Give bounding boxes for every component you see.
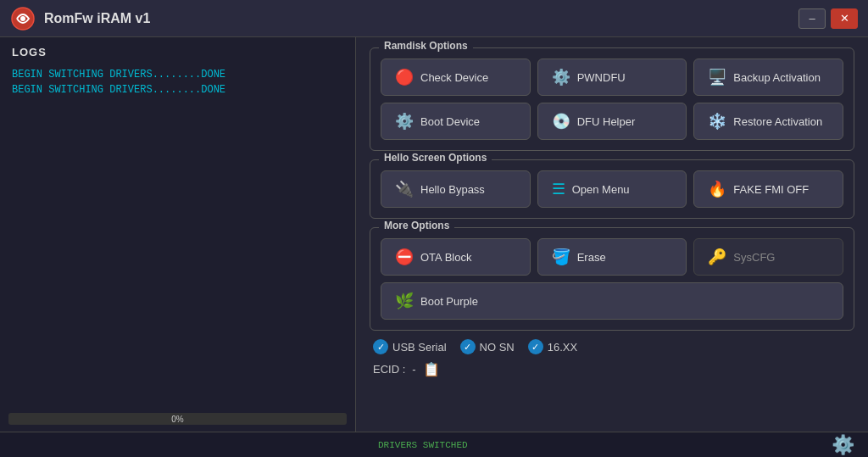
ota-block-button[interactable]: ⛔ OTA Block bbox=[381, 238, 531, 276]
syscfg-icon: 🔑 bbox=[708, 248, 726, 266]
usb-serial-checkbox[interactable]: ✓ USB Serial bbox=[373, 339, 447, 354]
hello-buttons-row: 🔌 Hello Bypass ☰ Open Menu 🔥 FAKE FMI OF… bbox=[381, 170, 843, 208]
backup-activation-button[interactable]: 🖥️ Backup Activation bbox=[693, 59, 843, 96]
boot-purple-icon: 🌿 bbox=[395, 292, 414, 310]
no-sn-checkbox[interactable]: ✓ NO SN bbox=[460, 339, 515, 354]
status-text: DRIVERS SWITCHED bbox=[378, 440, 468, 450]
usb-serial-label: USB Serial bbox=[392, 341, 447, 354]
hello-bypass-label: Hello Bypass bbox=[420, 183, 485, 196]
app-title: RomFw iRAM v1 bbox=[44, 11, 798, 26]
hello-bypass-button[interactable]: 🔌 Hello Bypass bbox=[381, 170, 531, 208]
copy-ecid-icon[interactable]: 📋 bbox=[423, 361, 440, 377]
boot-device-icon: ⚙️ bbox=[395, 112, 414, 131]
log-entry: BEGIN SWITCHING DRIVERS........DONE bbox=[12, 69, 343, 81]
fake-fmi-off-button[interactable]: 🔥 FAKE FMI OFF bbox=[693, 170, 843, 208]
syscfg-button[interactable]: 🔑 SysCFG bbox=[693, 238, 843, 276]
progress-bar-outer: 0% bbox=[8, 413, 347, 425]
more-buttons-row: ⛔ OTA Block 🪣 Erase 🔑 SysCFG 🌿 Boot Purp… bbox=[381, 238, 843, 320]
progress-text: 0% bbox=[8, 413, 347, 425]
bottom-options: ✓ USB Serial ✓ NO SN ✓ 16.XX ECID : - 📋 bbox=[370, 339, 854, 377]
dfu-helper-button[interactable]: 💿 DFU Helper bbox=[537, 103, 687, 140]
fake-fmi-off-icon: 🔥 bbox=[708, 180, 726, 198]
erase-icon: 🪣 bbox=[552, 248, 570, 266]
right-panel: Ramdisk Options 🔴 Check Device ⚙️ PWNDFU… bbox=[356, 37, 868, 432]
progress-bar-container: 0% bbox=[0, 406, 355, 432]
version-checkbox[interactable]: ✓ 16.XX bbox=[528, 339, 577, 354]
usb-serial-check-icon: ✓ bbox=[373, 339, 388, 354]
logs-content: BEGIN SWITCHING DRIVERS........DONEBEGIN… bbox=[0, 64, 355, 406]
close-button[interactable]: ✕ bbox=[831, 8, 858, 29]
settings-gear-icon[interactable]: ⚙️ bbox=[832, 434, 854, 456]
boot-device-label: Boot Device bbox=[420, 115, 480, 128]
ramdisk-buttons-row: 🔴 Check Device ⚙️ PWNDFU 🖥️ Backup Activ… bbox=[381, 59, 843, 96]
restore-activation-icon: ❄️ bbox=[708, 112, 726, 131]
open-menu-button[interactable]: ☰ Open Menu bbox=[537, 170, 687, 208]
ota-block-label: OTA Block bbox=[420, 251, 471, 264]
ramdisk-options-group: Ramdisk Options 🔴 Check Device ⚙️ PWNDFU… bbox=[370, 47, 854, 151]
dfu-helper-label: DFU Helper bbox=[577, 115, 636, 128]
restore-activation-button[interactable]: ❄️ Restore Activation bbox=[693, 103, 843, 140]
erase-label: Erase bbox=[577, 251, 606, 264]
dfu-helper-icon: 💿 bbox=[552, 112, 570, 131]
hello-screen-options-label: Hello Screen Options bbox=[379, 152, 492, 164]
ecid-row: ECID : - 📋 bbox=[373, 361, 851, 377]
hello-bypass-icon: 🔌 bbox=[395, 180, 414, 198]
no-sn-check-icon: ✓ bbox=[460, 339, 476, 354]
check-device-icon: 🔴 bbox=[395, 68, 414, 86]
hello-screen-options-group: Hello Screen Options 🔌 Hello Bypass ☰ Op… bbox=[370, 159, 854, 219]
ramdisk-options-label: Ramdisk Options bbox=[379, 40, 473, 52]
logs-panel: LOGS BEGIN SWITCHING DRIVERS........DONE… bbox=[0, 37, 356, 432]
backup-activation-label: Backup Activation bbox=[733, 71, 821, 84]
ota-block-icon: ⛔ bbox=[395, 248, 414, 266]
more-options-group: More Options ⛔ OTA Block 🪣 Erase 🔑 SysCF… bbox=[370, 227, 854, 331]
log-entry: BEGIN SWITCHING DRIVERS........DONE bbox=[12, 84, 343, 96]
more-options-label: More Options bbox=[379, 220, 454, 231]
erase-button[interactable]: 🪣 Erase bbox=[537, 238, 687, 276]
app-logo bbox=[10, 6, 36, 31]
main-content: LOGS BEGIN SWITCHING DRIVERS........DONE… bbox=[0, 37, 868, 432]
window-controls: – ✕ bbox=[798, 8, 858, 29]
backup-activation-icon: 🖥️ bbox=[708, 68, 726, 86]
checkboxes-row: ✓ USB Serial ✓ NO SN ✓ 16.XX bbox=[373, 339, 851, 354]
ramdisk-buttons-row2: ⚙️ Boot Device 💿 DFU Helper ❄️ Restore A… bbox=[381, 103, 843, 140]
boot-purple-button[interactable]: 🌿 Boot Purple bbox=[381, 282, 843, 320]
boot-device-button[interactable]: ⚙️ Boot Device bbox=[381, 103, 531, 140]
restore-activation-label: Restore Activation bbox=[733, 115, 822, 128]
ecid-value: - bbox=[412, 363, 415, 376]
version-check-icon: ✓ bbox=[528, 339, 543, 354]
minimize-button[interactable]: – bbox=[798, 8, 826, 29]
fake-fmi-off-label: FAKE FMI OFF bbox=[733, 183, 809, 196]
pwndfu-button[interactable]: ⚙️ PWNDFU bbox=[537, 59, 687, 96]
pwndfu-icon: ⚙️ bbox=[552, 68, 570, 86]
logs-header: LOGS bbox=[0, 37, 355, 64]
syscfg-label: SysCFG bbox=[733, 251, 775, 264]
open-menu-label: Open Menu bbox=[572, 183, 630, 196]
open-menu-icon: ☰ bbox=[552, 180, 565, 198]
check-device-label: Check Device bbox=[420, 71, 488, 84]
check-device-button[interactable]: 🔴 Check Device bbox=[381, 59, 531, 96]
status-bar: DRIVERS SWITCHED ⚙️ bbox=[0, 432, 868, 457]
svg-point-1 bbox=[20, 16, 25, 21]
no-sn-label: NO SN bbox=[480, 341, 515, 354]
version-label: 16.XX bbox=[548, 341, 577, 354]
boot-purple-label: Boot Purple bbox=[420, 295, 478, 308]
pwndfu-label: PWNDFU bbox=[577, 71, 626, 84]
ecid-label: ECID : bbox=[373, 363, 405, 376]
title-bar: RomFw iRAM v1 – ✕ bbox=[0, 0, 868, 37]
